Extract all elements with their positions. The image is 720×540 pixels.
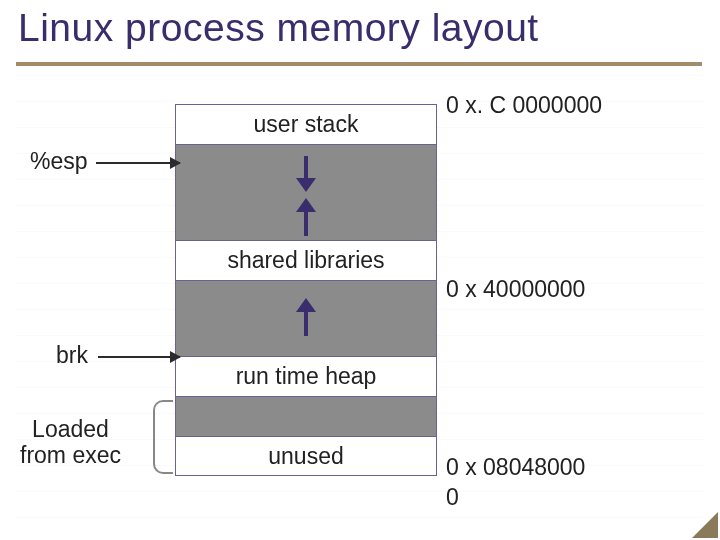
page-corner-icon — [692, 512, 718, 538]
seg-unused: unused — [175, 436, 437, 476]
seg-shared-libraries: shared libraries — [175, 240, 437, 280]
seg-user-stack: user stack — [175, 104, 437, 144]
seg-run-time-heap: run time heap — [175, 356, 437, 396]
label-loaded-from-exec: Loaded from exec — [20, 416, 121, 469]
addr-bottom: 0 — [446, 484, 459, 511]
label-esp: %esp — [30, 148, 88, 175]
pointer-esp-arrow-icon — [96, 162, 180, 164]
addr-top: 0 x. C 0000000 — [446, 92, 602, 119]
addr-text: 0 x 08048000 — [446, 454, 585, 481]
brace-loaded-from-exec-icon — [153, 400, 173, 474]
slide-title: Linux process memory layout — [18, 6, 539, 50]
title-underline — [16, 62, 702, 66]
seg-loaded-exec — [175, 396, 437, 436]
label-brk: brk — [56, 342, 88, 369]
addr-shlib: 0 x 40000000 — [446, 276, 585, 303]
pointer-brk-arrow-icon — [98, 356, 180, 358]
